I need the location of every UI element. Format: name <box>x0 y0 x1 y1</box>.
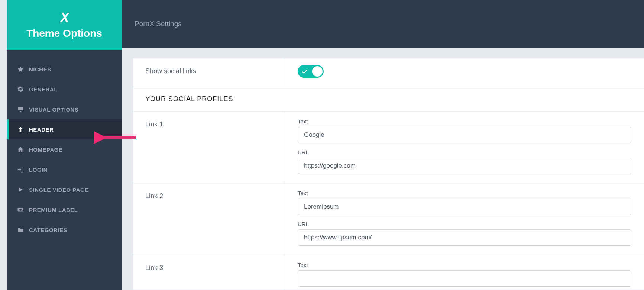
sidebar-item-label: CATEGORIES <box>29 227 67 233</box>
sidebar-item-niches[interactable]: NICHES <box>7 59 122 79</box>
left-gutter <box>0 0 7 290</box>
play-icon <box>17 186 24 193</box>
sidebar-item-label: GENERAL <box>29 86 58 93</box>
sidebar-item-label: HOMEPAGE <box>29 146 62 153</box>
arrow-up-icon <box>17 126 24 133</box>
show-social-links-control <box>285 58 644 87</box>
toggle-knob <box>312 66 323 77</box>
star-icon <box>17 66 24 72</box>
sidebar-item-single-video-page[interactable]: SINGLE VIDEO PAGE <box>7 180 122 200</box>
content-area: Show social links YOUR SOCIAL PROFILES <box>122 48 644 290</box>
login-icon <box>17 166 24 173</box>
link-1-controls: Text URL <box>285 112 644 183</box>
link-2-url-input[interactable] <box>298 229 631 246</box>
sidebar-item-categories[interactable]: CATEGORIES <box>7 220 122 240</box>
sidebar-item-header[interactable]: HEADER <box>7 119 122 139</box>
row-link-3: Link 3 Text <box>133 255 644 290</box>
sidebar-title: Theme Options <box>14 28 114 39</box>
main: PornX Settings Show social links <box>122 0 644 290</box>
sidebar-item-premium-label[interactable]: PREMIUM LABEL <box>7 200 122 220</box>
link-3-text-input[interactable] <box>298 270 631 287</box>
link-1-label: Link 1 <box>133 112 285 183</box>
sidebar-item-label: HEADER <box>29 126 54 133</box>
sidebar-item-label: LOGIN <box>29 167 48 173</box>
row-link-1: Link 1 Text URL <box>133 112 644 183</box>
section-title: YOUR SOCIAL PROFILES <box>145 95 233 103</box>
sidebar-item-label: SINGLE VIDEO PAGE <box>29 187 89 193</box>
logo: X <box>14 11 114 25</box>
page-title: PornX Settings <box>135 20 182 28</box>
link-2-controls: Text URL <box>285 183 644 255</box>
sidebar-item-homepage[interactable]: HOMEPAGE <box>7 139 122 160</box>
sidebar-header: X Theme Options <box>7 0 122 50</box>
settings-panel: Show social links YOUR SOCIAL PROFILES <box>132 58 644 290</box>
topbar: PornX Settings <box>122 0 644 48</box>
check-icon <box>301 68 308 75</box>
link-3-label: Link 3 <box>133 255 285 290</box>
link-1-text-label: Text <box>298 118 631 125</box>
money-icon <box>17 206 24 213</box>
link-1-url-label: URL <box>298 149 631 155</box>
sidebar-item-label: NICHES <box>29 66 51 72</box>
link-3-text-label: Text <box>298 262 631 268</box>
gear-icon <box>17 86 24 93</box>
row-show-social-links: Show social links <box>133 58 644 87</box>
link-1-text-input[interactable] <box>298 127 631 143</box>
home-icon <box>17 146 24 153</box>
sidebar-item-visual-options[interactable]: VISUAL OPTIONS <box>7 99 122 119</box>
folder-icon <box>17 226 24 233</box>
sidebar-item-label: VISUAL OPTIONS <box>29 106 78 113</box>
link-2-text-input[interactable] <box>298 199 631 215</box>
sidebar-item-label: PREMIUM LABEL <box>29 207 78 213</box>
link-2-text-label: Text <box>298 190 631 196</box>
link-1-url-input[interactable] <box>298 158 631 174</box>
sidebar: X Theme Options NICHES GENERAL VISUAL OP… <box>7 0 122 290</box>
monitor-icon <box>17 106 24 113</box>
show-social-links-label: Show social links <box>133 58 285 87</box>
link-2-label: Link 2 <box>133 183 285 255</box>
section-social-profiles: YOUR SOCIAL PROFILES <box>133 87 644 112</box>
sidebar-item-general[interactable]: GENERAL <box>7 79 122 99</box>
link-2-url-label: URL <box>298 221 631 227</box>
row-link-2: Link 2 Text URL <box>133 183 644 255</box>
show-social-links-toggle[interactable] <box>298 65 324 78</box>
link-3-controls: Text <box>285 255 644 290</box>
sidebar-gap <box>7 50 122 59</box>
sidebar-item-login[interactable]: LOGIN <box>7 160 122 180</box>
